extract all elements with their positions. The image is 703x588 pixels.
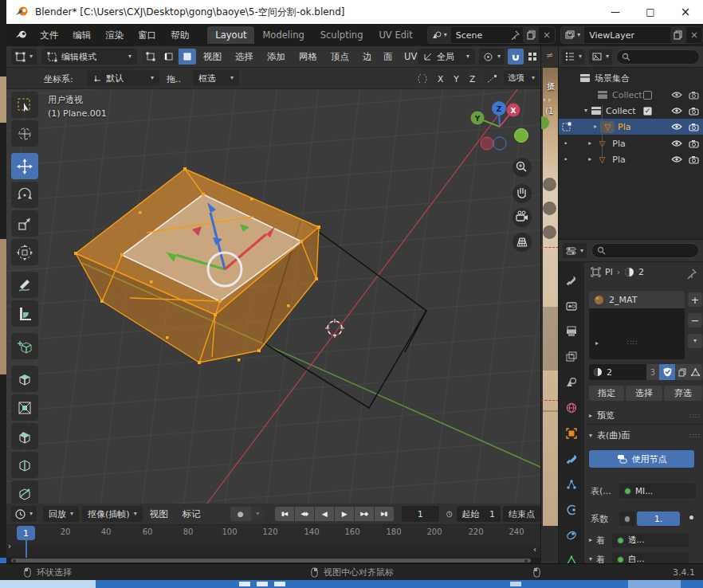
outliner-display-mode-dropdown[interactable]: ▾ bbox=[562, 49, 585, 65]
material-specials-dropdown[interactable] bbox=[688, 364, 702, 380]
unlink-scene-button[interactable]: × bbox=[539, 29, 555, 41]
disclosure-triangle[interactable]: ▾ bbox=[584, 108, 587, 114]
tab-scene[interactable] bbox=[560, 372, 583, 393]
workspace-tab-uvedit[interactable]: UV Edit bbox=[371, 26, 420, 44]
tool-add-cube[interactable] bbox=[11, 333, 38, 359]
menu-window[interactable]: 窗口 bbox=[131, 29, 163, 41]
menu-edit[interactable]: 编辑 bbox=[65, 29, 98, 41]
tool-extrude[interactable] bbox=[11, 366, 38, 392]
tool-inset-faces[interactable] bbox=[11, 394, 38, 421]
vp-menu-add[interactable]: 添加 bbox=[260, 51, 293, 63]
remove-viewlayer-button[interactable]: × bbox=[686, 29, 702, 41]
keying-dropdown[interactable]: 抠像(插帧) ▾ bbox=[82, 506, 143, 522]
coord-system-dropdown[interactable]: 默认 ▾ bbox=[88, 70, 159, 86]
menu-file[interactable]: 文件 bbox=[33, 29, 65, 41]
blender-logo-icon[interactable] bbox=[14, 29, 28, 41]
outliner-row-collection-2[interactable]: ▾ Collect ✓ bbox=[559, 103, 703, 119]
expand-triangle[interactable]: ▸ bbox=[588, 140, 591, 147]
tool-move[interactable] bbox=[11, 153, 38, 179]
tool-rotate[interactable] bbox=[11, 182, 38, 208]
preview-panel-header[interactable]: ▸ 预览 ∷∷ bbox=[589, 410, 701, 421]
tool-annotate[interactable] bbox=[11, 272, 38, 298]
tool-bevel[interactable] bbox=[11, 423, 38, 449]
eye-icon[interactable] bbox=[671, 107, 682, 115]
play-button[interactable]: ▶ bbox=[335, 507, 354, 521]
new-scene-button[interactable] bbox=[523, 27, 539, 43]
pivot-dropdown[interactable]: ▾ bbox=[479, 49, 505, 65]
playback-dropdown[interactable]: 回放 ▾ bbox=[43, 506, 79, 522]
outliner-row-scene-collection[interactable]: 场景集合 bbox=[559, 70, 703, 86]
autokey-options-button[interactable]: ▾ bbox=[251, 507, 264, 521]
tab-object[interactable] bbox=[560, 423, 583, 444]
workspace-tab-sculpting[interactable]: Sculpting bbox=[312, 26, 371, 44]
scene-browse-button[interactable]: ▾ bbox=[428, 27, 451, 43]
camera-render-icon[interactable] bbox=[689, 107, 699, 116]
camera-view-button[interactable] bbox=[513, 208, 532, 227]
deselect-button[interactable]: 弃选 bbox=[664, 386, 702, 401]
jump-to-start-button[interactable]: ▮◀ bbox=[275, 507, 294, 521]
viewport-3d[interactable]: Z X Y 用户透视 (1) Plane.001 bbox=[6, 89, 540, 504]
tool-loop-cut[interactable] bbox=[11, 452, 38, 478]
playhead-badge[interactable]: 1 bbox=[17, 526, 35, 540]
breadcrumb-object-name[interactable]: Pl bbox=[605, 267, 613, 277]
strip-camera-button[interactable] bbox=[543, 225, 556, 239]
minimize-button[interactable]: — bbox=[598, 0, 633, 24]
tool-knife[interactable] bbox=[11, 480, 38, 504]
tab-physics[interactable] bbox=[560, 500, 583, 520]
workspace-tab-modeling[interactable]: Modeling bbox=[254, 26, 312, 44]
chevron-right-icon[interactable]: ▸ bbox=[589, 537, 592, 543]
remove-slot-button[interactable]: − bbox=[688, 313, 702, 327]
mode-icon-dropdown[interactable]: ▾ bbox=[11, 49, 37, 65]
panel-grip[interactable]: ∷∷ bbox=[690, 412, 701, 420]
outliner-row-collection-1[interactable]: Collect bbox=[559, 87, 703, 103]
zoom-button[interactable] bbox=[513, 158, 532, 177]
expand-triangle[interactable]: ▸ bbox=[588, 156, 591, 163]
pin-icon[interactable] bbox=[686, 269, 697, 279]
vp-menu-vertex[interactable]: 顶点 bbox=[324, 51, 356, 63]
collection-checkbox[interactable]: ✓ bbox=[643, 107, 652, 116]
workspace-tab-layout[interactable]: Layout bbox=[207, 26, 254, 44]
properties-search-input[interactable] bbox=[591, 243, 699, 258]
add-slot-button[interactable]: + bbox=[688, 292, 702, 307]
outliner-search-input[interactable] bbox=[616, 49, 700, 65]
eye-icon[interactable] bbox=[671, 91, 682, 99]
material-browse[interactable]: 2 bbox=[589, 364, 646, 380]
timeline-track[interactable] bbox=[6, 546, 540, 558]
menu-render[interactable]: 渲染 bbox=[98, 29, 131, 41]
strip-zoom-button[interactable] bbox=[543, 178, 556, 191]
vp-menu-mesh[interactable]: 网格 bbox=[292, 51, 324, 63]
slot-list-grip[interactable]: ∷∷ bbox=[627, 339, 638, 347]
orientation-dropdown[interactable]: 全局 ▾ bbox=[418, 49, 475, 65]
falloff-button[interactable] bbox=[484, 72, 500, 86]
slot-specials-button[interactable]: ▾ bbox=[688, 334, 702, 348]
strip-pan-button[interactable] bbox=[543, 202, 556, 215]
select-button[interactable]: 选择 bbox=[626, 386, 662, 401]
material-name-field[interactable]: 2 bbox=[607, 367, 612, 378]
surface-panel-header[interactable]: ▾ 表(曲)面 ∷∷ bbox=[589, 429, 701, 441]
tab-view-layer[interactable] bbox=[560, 347, 583, 367]
timeline-scrollbar[interactable] bbox=[6, 558, 540, 563]
frame-start-field[interactable]: 起始 1 bbox=[457, 506, 501, 522]
tab-render[interactable] bbox=[560, 296, 583, 316]
chevron-down-icon[interactable]: ▾ bbox=[589, 556, 592, 563]
jump-to-end-button[interactable]: ▶▮ bbox=[375, 507, 394, 521]
scene-name[interactable]: Scene bbox=[451, 30, 510, 41]
ortho-toggle-button[interactable] bbox=[513, 233, 532, 252]
surface-shader-field[interactable]: MI... bbox=[619, 484, 696, 498]
select-mode-vertex-button[interactable] bbox=[142, 49, 159, 65]
camera-render-icon[interactable] bbox=[689, 139, 699, 148]
use-nodes-button[interactable]: 使用节点 bbox=[589, 450, 694, 468]
select-mode-face-button[interactable] bbox=[179, 49, 196, 65]
timeline-expand-arrow[interactable]: › bbox=[8, 542, 11, 551]
snap-settings-button[interactable] bbox=[525, 49, 540, 65]
eye-icon[interactable] bbox=[671, 123, 682, 131]
panel-grip[interactable]: ∷∷ bbox=[690, 432, 701, 440]
properties-editor-type-dropdown[interactable]: ▾ bbox=[563, 243, 587, 258]
mirror-x-button[interactable]: X bbox=[433, 72, 448, 86]
mirror-z-button[interactable]: Z bbox=[465, 72, 480, 86]
current-frame-field[interactable]: 1 bbox=[402, 506, 439, 522]
shader2-field[interactable]: 自... bbox=[612, 552, 689, 563]
tool-measure[interactable] bbox=[11, 300, 38, 327]
autokey-record-button[interactable]: ● bbox=[230, 507, 251, 521]
shader1-field[interactable]: 透... bbox=[612, 533, 689, 547]
